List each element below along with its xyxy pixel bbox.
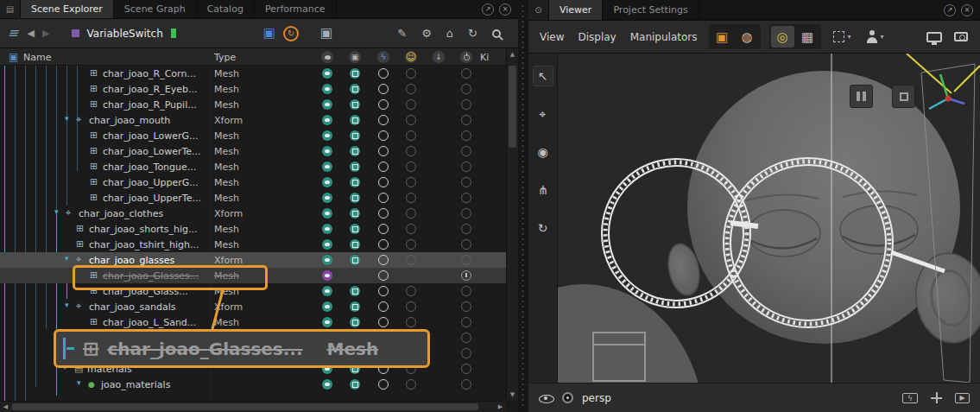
- toggle-ring-icon[interactable]: [406, 379, 416, 390]
- tree-row[interactable]: ⊞char_joao_shorts_hig...Mesh: [0, 221, 506, 237]
- tree-row[interactable]: ⊞char_joao_R_Eyeb...Mesh: [0, 81, 506, 97]
- toggle-ring-icon[interactable]: [461, 348, 471, 358]
- toggle-cube-icon[interactable]: [350, 301, 360, 312]
- toggle-ring-icon[interactable]: [378, 301, 389, 312]
- toggle-ring-icon[interactable]: [378, 146, 389, 156]
- toggle-ring-icon[interactable]: [378, 224, 389, 234]
- globe-icon[interactable]: ◍: [736, 26, 759, 48]
- toggle-ring-icon[interactable]: [406, 115, 416, 125]
- horizontal-scrollbar[interactable]: ◀ ▶: [0, 401, 518, 412]
- scroll-left-button[interactable]: ◀: [0, 402, 11, 412]
- tree-row[interactable]: ⊞char_joao_Tongue...Mesh: [0, 159, 506, 174]
- toggle-cube-icon[interactable]: [350, 224, 360, 234]
- toggle-cube-icon[interactable]: [350, 68, 360, 79]
- expander-icon[interactable]: ▾: [77, 379, 81, 387]
- toggle-ring-icon[interactable]: [461, 68, 471, 79]
- tab-scene-graph[interactable]: Scene Graph: [114, 0, 197, 18]
- select-tool[interactable]: ↖: [533, 66, 553, 86]
- toggle-eye-icon[interactable]: [322, 115, 332, 125]
- stop-button[interactable]: [892, 85, 915, 108]
- toggle-cube-icon[interactable]: [350, 317, 360, 327]
- toggle-cube-icon[interactable]: [350, 84, 360, 94]
- visibility-column-icon[interactable]: [321, 51, 333, 63]
- tree-row[interactable]: ⊞char_joao_Glasses...Mesh: [0, 268, 506, 283]
- pane-menu-icon[interactable]: ▤: [0, 0, 21, 18]
- toggle-cube-icon[interactable]: [350, 239, 360, 250]
- tree-row[interactable]: ⊞char_joao_UpperG...Mesh: [0, 174, 506, 190]
- monitor-icon[interactable]: [926, 32, 942, 42]
- forward-button[interactable]: ▶: [42, 29, 49, 38]
- hscroll-thumb[interactable]: [12, 403, 478, 410]
- type-column-header[interactable]: Type: [214, 48, 236, 66]
- close-panel-button[interactable]: ×: [499, 3, 511, 16]
- tree-row[interactable]: ⊞char_joao_tshirt_high...Mesh: [0, 237, 506, 252]
- toggle-eye-icon[interactable]: [322, 130, 332, 141]
- camera-indicator-icon[interactable]: [562, 392, 573, 403]
- tree-row[interactable]: ▾⌖char_joao_sandalsXform: [0, 299, 506, 314]
- float-panel-button[interactable]: ↗: [482, 3, 494, 16]
- vertical-scrollbar[interactable]: ▲ ▼: [506, 48, 518, 401]
- tree-row[interactable]: ⊞char_joao_R_Pupil...Mesh: [0, 97, 506, 112]
- back-button[interactable]: ◀: [28, 29, 35, 38]
- visibility-eye-icon[interactable]: [539, 391, 553, 405]
- node-name[interactable]: VariableSwitch: [87, 28, 163, 40]
- toggle-ring-icon[interactable]: [406, 301, 416, 312]
- pane-circle-icon[interactable]: ⊙: [528, 0, 549, 20]
- toggle-ring-icon[interactable]: [378, 162, 389, 172]
- toggle-ring-icon[interactable]: [378, 255, 389, 265]
- shaded-cube-icon[interactable]: ▣: [711, 26, 734, 48]
- tab-scene-explorer[interactable]: Scene Explorer: [21, 0, 114, 18]
- toggle-ring-icon[interactable]: [461, 84, 471, 94]
- toggle-ring-icon[interactable]: [406, 224, 416, 234]
- toggle-ring-icon[interactable]: [461, 224, 471, 234]
- close-panel-button[interactable]: ×: [961, 4, 973, 16]
- menu-manipulators[interactable]: Manipulators: [628, 31, 700, 43]
- scroll-down-button[interactable]: ▼: [507, 389, 518, 401]
- toggle-cube-icon[interactable]: [350, 177, 360, 187]
- orbit-tool[interactable]: ↻: [533, 218, 553, 238]
- toggle-ring-icon[interactable]: [406, 162, 416, 172]
- toggle-ring-icon[interactable]: [378, 115, 389, 125]
- toggle-ring-icon[interactable]: [461, 130, 471, 141]
- tree-row[interactable]: ▾⌖char_joao_glassesXform: [0, 252, 506, 268]
- power-column-icon[interactable]: [460, 51, 472, 63]
- tab-viewer[interactable]: Viewer: [549, 0, 603, 20]
- scroll-right-button[interactable]: ▶: [495, 402, 506, 412]
- lightning-column-icon[interactable]: ϟ: [377, 51, 389, 63]
- toggle-eye-icon[interactable]: [322, 193, 332, 203]
- toggle-ring-icon[interactable]: [406, 99, 416, 110]
- edit-pencil-button[interactable]: ✎: [397, 28, 407, 39]
- menu-view[interactable]: View: [537, 31, 566, 43]
- toggle-eye-icon[interactable]: [322, 68, 332, 79]
- toggle-ring-icon[interactable]: [378, 270, 389, 281]
- tree-row[interactable]: ⊞char_joao_LowerG...Mesh: [0, 128, 506, 143]
- toggle-eye-icon[interactable]: [322, 208, 332, 219]
- scenegraph-cube-button[interactable]: ▣: [263, 27, 275, 40]
- toggle-ring-icon[interactable]: [461, 255, 471, 265]
- toggle-cube-icon[interactable]: [350, 379, 360, 390]
- marquee-select-dropdown[interactable]: ▾: [830, 31, 855, 42]
- name-column-header[interactable]: Name: [23, 48, 51, 66]
- render-column-icon[interactable]: ▣: [349, 51, 361, 63]
- toggle-ring-icon[interactable]: [461, 301, 471, 312]
- rotate-tool[interactable]: ◉: [533, 142, 553, 162]
- toggle-ring-icon[interactable]: [406, 177, 416, 187]
- toggle-ring-icon[interactable]: [406, 146, 416, 156]
- scroll-up-button[interactable]: ▲: [507, 48, 518, 60]
- toggle-cube-icon[interactable]: [350, 208, 360, 219]
- toggle-cube-icon[interactable]: [350, 99, 360, 110]
- search-icon[interactable]: [492, 29, 501, 38]
- toggle-cube-icon[interactable]: [350, 115, 360, 125]
- export-cube-button[interactable]: ▣: [320, 27, 332, 40]
- tree-row[interactable]: ▾⌖char_joao_mouthXform: [0, 112, 506, 128]
- toggle-ring-icon[interactable]: [461, 208, 471, 219]
- tree-row[interactable]: ▾●joao_materials: [0, 377, 506, 392]
- panel-splitter[interactable]: [518, 0, 528, 412]
- grid-icon[interactable]: ▦: [796, 26, 819, 48]
- toggle-eye-icon[interactable]: [322, 270, 332, 281]
- expander-icon[interactable]: ▾: [65, 115, 69, 123]
- toggle-cube-icon[interactable]: [350, 162, 360, 172]
- toggle-ring-icon[interactable]: [378, 68, 389, 79]
- toggle-ring-icon[interactable]: [406, 239, 416, 250]
- toggle-cube-icon[interactable]: [350, 255, 360, 265]
